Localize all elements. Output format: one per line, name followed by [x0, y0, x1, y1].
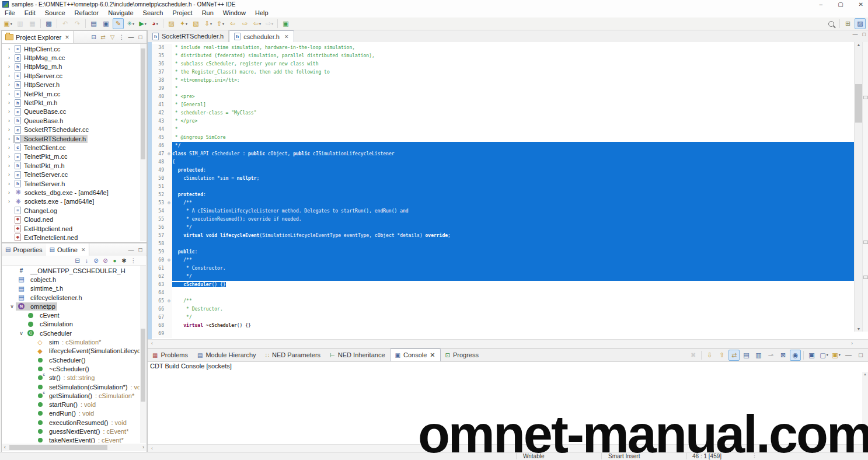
chevron-right-icon[interactable]: › [5, 181, 13, 187]
scroll-down-icon[interactable]: ▼ [855, 327, 863, 331]
console-view-button[interactable]: ▣ [100, 18, 111, 29]
forward-button[interactable]: ⇨ [239, 18, 250, 29]
chevron-down-icon[interactable]: ∨ [8, 304, 16, 309]
sort-icon[interactable]: ↓ [82, 256, 91, 265]
search-button[interactable]: ✦▾ [178, 18, 189, 29]
code-line[interactable]: 35 * distributed (federated) simulation,… [152, 52, 855, 60]
tab-properties[interactable]: ▤Properties [2, 243, 46, 256]
editor-tab-socketrtscheduler.h[interactable]: hSocketRTScheduler.h [148, 30, 229, 42]
tree-item[interactable]: ›cHttpServer.cc [2, 71, 140, 80]
outline-item[interactable]: ∨Nomnetpp [2, 302, 140, 311]
chevron-right-icon[interactable]: › [5, 100, 13, 106]
outline-item[interactable]: cEvent [2, 311, 140, 319]
outline-item[interactable]: cstr() : std::string [2, 374, 140, 382]
hide-static-icon[interactable]: ⊘ [101, 256, 110, 265]
pin-console-icon[interactable]: ◉ [790, 350, 801, 361]
filter-icon[interactable]: ▽ [108, 33, 117, 41]
tab-progress[interactable]: ⊡Progress [441, 349, 483, 361]
open-perspective-button[interactable]: ⊞ [842, 18, 853, 29]
tree-item[interactable]: ›cTelnetPkt_m.cc [2, 152, 140, 161]
code-line[interactable]: 38 * <tt>omnetpp.ini</tt>: [152, 76, 855, 85]
tree-item[interactable]: ›cHttpMsg_m.cc [2, 53, 140, 62]
link-editor-icon[interactable]: ⇄ [99, 33, 107, 41]
outline-item[interactable]: startRun() : void [2, 400, 140, 409]
tree-item[interactable]: ›cHttpClient.cc [2, 44, 140, 53]
chevron-right-icon[interactable]: › [5, 73, 13, 79]
code-line[interactable]: 65⊖ /** [152, 297, 855, 305]
outline-item[interactable]: executionResumed() : void [2, 418, 140, 427]
chevron-right-icon[interactable]: › [5, 163, 13, 169]
outline-item[interactable]: ▤clifecyclelistener.h [2, 293, 140, 302]
code-line[interactable]: 48{ [152, 158, 855, 166]
search-icon[interactable] [826, 18, 837, 29]
code-line[interactable]: 47⊖class SIM_API cScheduler : public cOb… [152, 150, 855, 158]
tree-item[interactable]: ❖Cloud.ned [2, 215, 140, 224]
menu-refactor[interactable]: Refactor [70, 8, 104, 18]
tree-item[interactable]: ›hTelnetServer.h [2, 179, 140, 188]
close-button[interactable]: ✕ [859, 1, 863, 8]
code-line[interactable]: 39 * [152, 85, 855, 93]
minimize-icon[interactable]: — [843, 350, 854, 361]
outline-item[interactable]: endRun() : void [2, 409, 140, 418]
tree-item[interactable]: ›hHttpMsg_m.h [2, 62, 140, 71]
code-line[interactable]: 37 * the Register_Class() macro, then ad… [152, 68, 855, 76]
minimize-button[interactable]: – [820, 1, 823, 8]
hide-fields-icon[interactable]: ⊘ [92, 256, 100, 265]
code-line[interactable]: 51 [152, 183, 855, 191]
scroll-up-icon[interactable]: ▲ [855, 43, 863, 47]
build-all-button[interactable]: ▩ [43, 18, 54, 29]
highlight-button[interactable]: ✎ [113, 18, 124, 29]
fold-marker-icon[interactable]: ⊖ [166, 297, 172, 305]
code-line[interactable]: 34 * include real-time simulation, hardw… [152, 44, 855, 52]
tab-problems[interactable]: ▦Problems [148, 349, 193, 361]
tab-console[interactable]: ▣Console✕ [390, 349, 441, 361]
display-console-icon[interactable]: ▣ [806, 350, 817, 361]
fold-marker-icon[interactable]: ⊖ [166, 150, 172, 158]
open-view-icon[interactable]: ▤ [741, 350, 752, 361]
code-line[interactable]: 59 public: [152, 248, 855, 256]
menu-source[interactable]: Source [40, 8, 70, 18]
menu-help[interactable]: Help [250, 8, 273, 18]
code-line[interactable]: 49 protected: [152, 166, 855, 175]
tree-item[interactable]: ›cTelnetClient.cc [2, 143, 140, 152]
code-line[interactable]: 52 protected: [152, 191, 855, 199]
chevron-right-icon[interactable]: › [5, 172, 13, 177]
code-line[interactable]: 68 virtual ~cScheduler() {} [152, 322, 855, 330]
chevron-right-icon[interactable]: › [5, 190, 13, 196]
collapse-all-icon[interactable]: ⊟ [73, 256, 82, 265]
tree-item[interactable]: ≡ChangeLog [2, 206, 140, 215]
menu-window[interactable]: Window [218, 8, 250, 18]
chevron-right-icon[interactable]: › [5, 46, 13, 52]
code-line[interactable]: 67 */ [152, 313, 855, 322]
chevron-right-icon[interactable]: › [5, 82, 13, 88]
menu-file[interactable]: File [0, 8, 20, 18]
back-button[interactable]: ⇦ [227, 18, 238, 29]
tree-item[interactable]: ›cNetPkt_m.cc [2, 89, 140, 98]
editor-hscrollbar[interactable]: ‹› [148, 339, 868, 348]
chevron-right-icon[interactable]: › [5, 198, 13, 204]
chevron-down-icon[interactable]: ∨ [18, 330, 25, 336]
menu-edit[interactable]: Edit [20, 8, 40, 18]
code-line[interactable]: 46 */ [152, 142, 855, 150]
fold-marker-icon[interactable]: ⊖ [166, 199, 172, 207]
tree-item[interactable]: ›hSocketRTScheduler.h [2, 134, 140, 143]
outline-item[interactable]: #__OMNETPP_CSCHEDULER_H [2, 266, 140, 275]
open-ned-editor-button[interactable]: ▤ [88, 18, 99, 29]
code-line[interactable]: 40 * <pre> [152, 93, 855, 101]
close-icon[interactable]: ✕ [81, 247, 86, 253]
outline-item[interactable]: ▤simtime_t.h [2, 284, 140, 293]
code-line[interactable]: 50 cSimulation *sim = nullptr; [152, 175, 855, 183]
chevron-right-icon[interactable]: › [5, 145, 13, 151]
editor-vscrollbar[interactable]: ▲ ▼ [854, 42, 863, 332]
scroll-lock-icon[interactable]: ▥ [753, 350, 764, 361]
tree-item[interactable]: ❖ExtHttpclient.ned [2, 224, 140, 233]
close-icon[interactable]: ✕ [65, 34, 69, 40]
outline-item[interactable]: ◇sim : cSimulation* [2, 337, 140, 346]
tree-item[interactable]: ❖ExtTelnetclient.ned [2, 233, 140, 241]
clear-console-icon[interactable]: ⊠ [778, 350, 789, 361]
open-element-button[interactable]: ▨ [166, 18, 177, 29]
outline-item[interactable]: ∨CcScheduler [2, 329, 140, 337]
outline-hscrollbar[interactable]: ‹ › [2, 444, 146, 451]
minimize-icon[interactable]: — [853, 32, 858, 37]
chevron-right-icon[interactable]: › [5, 154, 13, 159]
